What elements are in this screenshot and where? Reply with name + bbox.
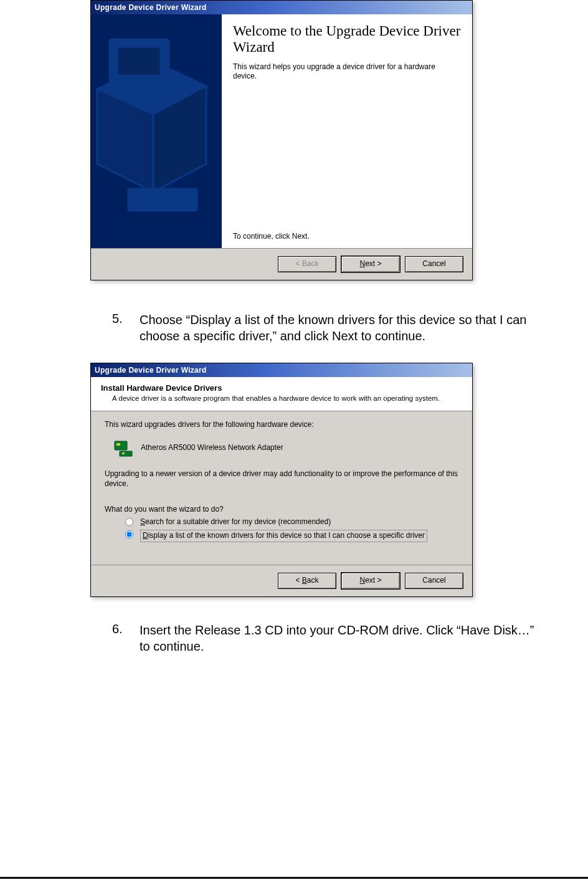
- radio-display[interactable]: Display a list of the known drivers for …: [122, 530, 458, 542]
- wizard-continue-text: To continue, click Next.: [233, 232, 461, 242]
- dialog-header: Install Hardware Device Drivers A device…: [91, 377, 472, 411]
- wizard-welcome-dialog: Upgrade Device Driver Wizard Welcome to …: [90, 0, 473, 280]
- back-button[interactable]: < Back: [278, 573, 336, 589]
- radio-display-input[interactable]: [125, 530, 133, 538]
- svg-rect-2: [117, 47, 161, 75]
- back-button: < Back: [278, 256, 336, 272]
- radio-group: Search for a suitable driver for my devi…: [122, 517, 458, 542]
- device-row: Atheros AR5000 Wireless Network Adapter: [113, 438, 458, 457]
- radio-display-label: isplay a list of the known drivers for t…: [148, 531, 425, 540]
- instruction-step-5: 5. Choose “Display a list of the known d…: [112, 312, 538, 344]
- dialog-footer: < Back Next > Cancel: [91, 248, 472, 280]
- dialog-footer: < Back Next > Cancel: [91, 565, 472, 596]
- step-number: 6.: [112, 622, 128, 654]
- svg-rect-3: [128, 189, 197, 211]
- wizard-sidebar-graphic: [91, 14, 222, 248]
- svg-rect-5: [116, 443, 120, 446]
- step-text: Insert the Release 1.3 CD into your CD-R…: [140, 622, 538, 654]
- wizard-heading: Welcome to the Upgrade Device Driver Wiz…: [233, 23, 461, 56]
- header-title: Install Hardware Device Drivers: [101, 383, 462, 393]
- radio-search-input[interactable]: [125, 518, 133, 526]
- computer-icon: [91, 14, 222, 248]
- dialog-body: Welcome to the Upgrade Device Driver Wiz…: [91, 14, 472, 248]
- device-name: Atheros AR5000 Wireless Network Adapter: [141, 443, 283, 452]
- next-button[interactable]: Next >: [341, 573, 400, 589]
- next-button[interactable]: Next >: [341, 256, 400, 272]
- titlebar: Upgrade Device Driver Wizard: [91, 363, 472, 377]
- dialog-body: This wizard upgrades drivers for the fol…: [91, 411, 472, 565]
- wizard-install-dialog: Upgrade Device Driver Wizard Install Har…: [90, 363, 473, 597]
- step-number: 5.: [112, 312, 128, 344]
- radio-search[interactable]: Search for a suitable driver for my devi…: [122, 517, 458, 527]
- cancel-button[interactable]: Cancel: [405, 573, 463, 589]
- titlebar: Upgrade Device Driver Wizard: [91, 1, 472, 14]
- header-subtitle: A device driver is a software program th…: [112, 394, 462, 403]
- instruction-step-6: 6. Insert the Release 1.3 CD into your C…: [112, 622, 538, 654]
- wizard-intro-text: This wizard helps you upgrade a device d…: [233, 62, 461, 82]
- radio-search-label: earch for a suitable driver for my devic…: [145, 517, 331, 526]
- window-title: Upgrade Device Driver Wizard: [95, 366, 207, 375]
- dialog-content: Welcome to the Upgrade Device Driver Wiz…: [222, 14, 472, 248]
- page-divider: [0, 877, 588, 879]
- window-title: Upgrade Device Driver Wizard: [95, 3, 207, 12]
- svg-rect-6: [122, 452, 125, 454]
- body-line2: Upgrading to a newer version of a device…: [105, 469, 458, 489]
- body-line1: This wizard upgrades drivers for the fol…: [105, 420, 458, 429]
- body-prompt: What do you want the wizard to do?: [105, 505, 458, 514]
- step-text: Choose “Display a list of the known driv…: [140, 312, 538, 344]
- network-adapter-icon: [113, 438, 133, 457]
- cancel-button[interactable]: Cancel: [405, 256, 463, 272]
